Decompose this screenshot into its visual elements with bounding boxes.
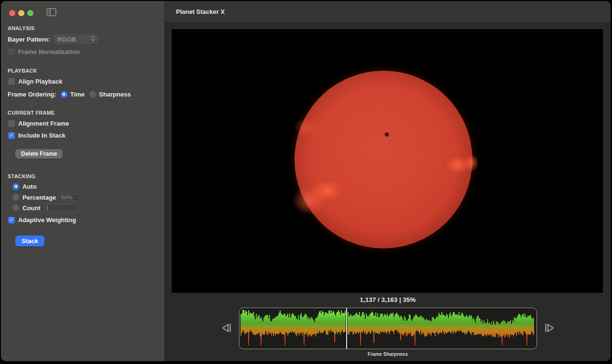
filament-dot bbox=[384, 132, 390, 137]
include-in-stack-label: Include In Stack bbox=[18, 132, 66, 139]
align-playback-row: Align Playback bbox=[8, 78, 164, 85]
ordering-sharpness-label: Sharpness bbox=[99, 91, 131, 98]
sidebar: ANALYSIS Bayer Pattern: RGGB Frame Norma… bbox=[1, 1, 165, 361]
alignment-frame-label: Alignment Frame bbox=[18, 120, 69, 127]
stacking-count-label: Count bbox=[22, 204, 41, 212]
bayer-pattern-select[interactable]: RGGB bbox=[53, 34, 98, 44]
frame-normalization-row: Frame Normalization bbox=[8, 48, 164, 55]
stacking-header: STACKING bbox=[8, 173, 164, 179]
toggle-sidebar-button[interactable] bbox=[46, 8, 56, 18]
ordering-time-radio[interactable] bbox=[61, 91, 67, 98]
frame-sharpness-label: Frame Sharpness bbox=[165, 352, 611, 357]
bayer-pattern-label: Bayer Pattern: bbox=[8, 36, 50, 43]
stacking-percentage-input[interactable] bbox=[59, 193, 80, 201]
zoom-button[interactable] bbox=[27, 10, 33, 16]
stacking-count-input[interactable] bbox=[44, 204, 78, 212]
stacking-auto-label: Auto bbox=[22, 183, 37, 190]
step-backward-icon bbox=[220, 322, 233, 335]
window-title: Planet Stacker X bbox=[176, 8, 225, 15]
chevron-up-down-icon bbox=[91, 35, 95, 43]
active-region-right-limb bbox=[464, 154, 479, 171]
sharpness-timeline[interactable] bbox=[239, 308, 537, 349]
sharpness-waveform bbox=[240, 308, 535, 347]
stacking-count-row: Count bbox=[12, 204, 164, 212]
playback-header: PLAYBACK bbox=[8, 68, 164, 74]
active-region-lower-left bbox=[292, 187, 327, 214]
alignment-frame-row: Alignment Frame bbox=[8, 120, 164, 127]
adaptive-weighting-checkbox[interactable] bbox=[8, 217, 15, 224]
stacking-percentage-label: Percentage bbox=[22, 194, 56, 201]
stacking-count-radio[interactable] bbox=[12, 204, 19, 211]
active-region-upper-left bbox=[294, 118, 318, 137]
timeline-scrubber-row bbox=[165, 308, 611, 349]
playhead[interactable] bbox=[346, 308, 347, 349]
window-titlebar: Planet Stacker X bbox=[165, 1, 611, 23]
minimize-button[interactable] bbox=[18, 10, 24, 16]
frame-ordering-label: Frame Ordering: bbox=[8, 91, 56, 98]
frame-ordering-row: Frame Ordering: Time Sharpness bbox=[8, 91, 164, 98]
include-in-stack-row: Include In Stack bbox=[8, 132, 164, 139]
bayer-pattern-value: RGGB bbox=[57, 36, 76, 43]
align-playback-label: Align Playback bbox=[18, 78, 62, 85]
step-forward-icon bbox=[543, 322, 556, 335]
titlebar-controls bbox=[1, 1, 164, 18]
stacking-auto-row: Auto bbox=[12, 183, 164, 190]
stacking-auto-radio[interactable] bbox=[12, 183, 19, 190]
main-area: Planet Stacker X 1,137 / 3,163 | 35% bbox=[165, 1, 611, 361]
frame-counter: 1,137 / 3,163 | 35% bbox=[165, 296, 611, 303]
adaptive-weighting-row: Adaptive Weighting bbox=[8, 216, 164, 224]
sidebar-icon bbox=[46, 8, 56, 18]
app-window: ANALYSIS Bayer Pattern: RGGB Frame Norma… bbox=[1, 1, 611, 361]
stacking-percentage-radio[interactable] bbox=[12, 194, 19, 201]
frame-normalization-checkbox[interactable] bbox=[8, 49, 15, 55]
align-playback-checkbox[interactable] bbox=[8, 78, 15, 85]
alignment-frame-checkbox[interactable] bbox=[8, 120, 15, 127]
step-forward-button[interactable] bbox=[543, 322, 556, 335]
ordering-time-label: Time bbox=[70, 91, 85, 98]
bayer-pattern-row: Bayer Pattern: RGGB bbox=[8, 34, 164, 44]
delete-frame-button[interactable]: Delete Frame bbox=[15, 149, 63, 159]
frame-normalization-label: Frame Normalization bbox=[18, 48, 80, 55]
include-in-stack-checkbox[interactable] bbox=[8, 132, 15, 139]
analysis-header: ANALYSIS bbox=[8, 25, 164, 31]
solar-disk-image bbox=[295, 71, 472, 248]
stack-button[interactable]: Stack bbox=[15, 236, 44, 246]
frame-viewport[interactable] bbox=[172, 29, 603, 293]
current-frame-header: CURRENT FRAME bbox=[8, 110, 164, 116]
adaptive-weighting-label: Adaptive Weighting bbox=[18, 216, 76, 224]
stacking-percentage-row: Percentage bbox=[12, 193, 164, 201]
step-backward-button[interactable] bbox=[220, 322, 233, 335]
ordering-sharpness-radio[interactable] bbox=[89, 91, 96, 98]
close-button[interactable] bbox=[9, 10, 15, 16]
